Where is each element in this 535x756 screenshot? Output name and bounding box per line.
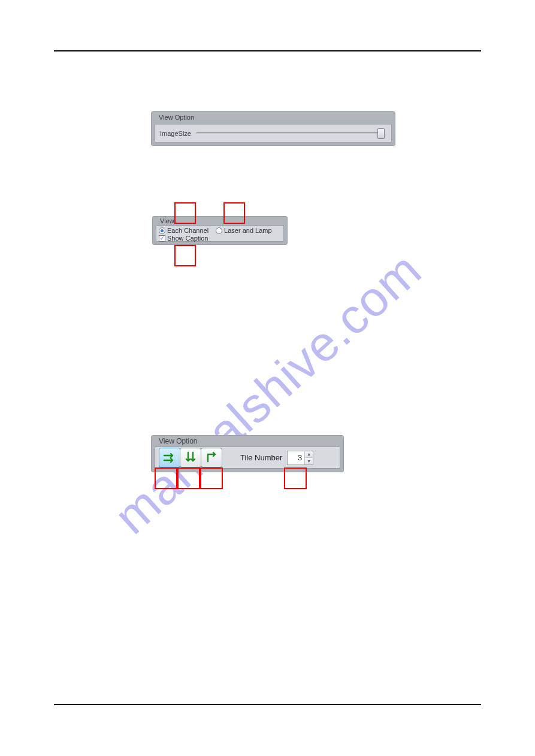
spinner-down-button[interactable]: ▼ [305, 458, 313, 464]
callout-box [174, 202, 196, 224]
arrow-up-right-icon [204, 451, 219, 465]
footer-rule [54, 704, 481, 705]
slider-thumb[interactable] [377, 128, 385, 139]
panel-content: Each Channel Laser and Lamp ✓ Show Capti… [156, 225, 284, 242]
callout-box [174, 245, 196, 266]
show-caption-checkbox[interactable]: ✓ [159, 235, 165, 242]
each-channel-label: Each Channel [167, 227, 208, 234]
callout-box [155, 467, 177, 489]
layout-horizontal-button[interactable] [159, 448, 180, 467]
callout-box [177, 467, 200, 489]
imagesize-label: ImageSize [160, 130, 191, 137]
laser-and-lamp-radio[interactable] [216, 227, 222, 234]
arrows-down-icon [183, 451, 198, 465]
view-option-imagesize-panel: View Option ImageSize [151, 111, 395, 146]
spinner-up-button[interactable]: ▲ [305, 451, 313, 459]
imagesize-slider[interactable] [196, 132, 384, 134]
show-caption-label: Show Caption [167, 235, 208, 242]
panel-title: View Option [159, 437, 197, 445]
panel-title: View [160, 217, 174, 224]
tile-number-spinner[interactable]: 3 ▲ ▼ [287, 451, 313, 465]
arrows-right-icon [162, 451, 177, 465]
each-channel-radio[interactable] [159, 227, 165, 234]
panel-content: ImageSize [155, 124, 392, 142]
view-panel: View Each Channel Laser and Lamp ✓ Show … [152, 216, 288, 245]
view-option-tile-panel: View Option Tile Number 3 ▲ ▼ [151, 435, 344, 472]
header-rule [54, 50, 481, 51]
callout-box [284, 467, 307, 489]
callout-box [200, 467, 223, 489]
tile-number-label: Tile Number [240, 453, 282, 462]
watermark-text: manualshive.com [103, 241, 431, 545]
tile-number-value[interactable]: 3 [288, 451, 304, 464]
panel-title: View Option [159, 114, 194, 121]
panel-content: Tile Number 3 ▲ ▼ [155, 447, 340, 469]
layout-corner-button[interactable] [201, 448, 222, 467]
laser-and-lamp-label: Laser and Lamp [224, 227, 272, 234]
layout-vertical-button[interactable] [180, 448, 201, 467]
callout-box [223, 202, 245, 224]
